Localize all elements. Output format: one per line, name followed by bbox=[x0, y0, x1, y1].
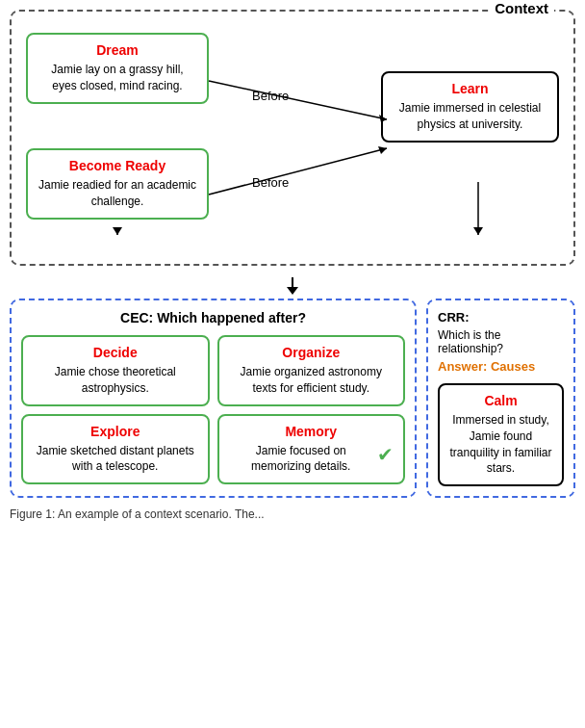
explore-text: Jamie sketched distant planets with a te… bbox=[33, 443, 198, 476]
decide-title: Decide bbox=[33, 345, 198, 360]
dream-text: Jamie lay on a grassy hill, eyes closed,… bbox=[38, 62, 197, 94]
figure-caption: Figure 1: An example of a context scenar… bbox=[10, 507, 575, 521]
crr-question: Which is the relationship? bbox=[438, 328, 564, 355]
dream-title: Dream bbox=[38, 42, 197, 58]
crr-title: CRR: bbox=[438, 310, 564, 325]
learn-text: Jamie immersed in celestial physics at u… bbox=[393, 100, 547, 133]
become-ready-title: Become Ready bbox=[38, 158, 197, 173]
become-ready-text: Jamie readied for an academic challenge. bbox=[38, 177, 197, 210]
memory-title: Memory bbox=[229, 424, 394, 439]
decide-text: Jamie chose theoretical astrophysics. bbox=[33, 364, 198, 397]
organize-title: Organize bbox=[229, 345, 394, 360]
calm-text: Immersed in study, Jamie found tranquili… bbox=[449, 412, 552, 477]
calm-box: Calm Immersed in study, Jamie found tran… bbox=[438, 383, 564, 486]
svg-line-0 bbox=[209, 81, 387, 119]
become-ready-box: Become Ready Jamie readied for an academ… bbox=[26, 148, 209, 220]
calm-title: Calm bbox=[449, 393, 552, 408]
context-label: Context bbox=[489, 0, 554, 16]
organize-text: Jamie organized astronomy texts for effi… bbox=[229, 364, 394, 397]
explore-box: Explore Jamie sketched distant planets w… bbox=[21, 414, 210, 485]
checkmark-icon: ✔ bbox=[377, 443, 394, 466]
svg-marker-9 bbox=[113, 227, 122, 235]
svg-marker-11 bbox=[287, 287, 298, 295]
dream-box: Dream Jamie lay on a grassy hill, eyes c… bbox=[26, 33, 209, 104]
cec-section: CEC: Which happened after? Decide Jamie … bbox=[10, 299, 417, 498]
organize-box: Organize Jamie organized astronomy texts… bbox=[217, 335, 406, 406]
down-arrow-area bbox=[10, 277, 575, 297]
svg-marker-4 bbox=[378, 146, 387, 154]
decide-box: Decide Jamie chose theoretical astrophys… bbox=[21, 335, 210, 406]
svg-text:Before: Before bbox=[252, 89, 289, 103]
learn-box: Learn Jamie immersed in celestial physic… bbox=[381, 71, 559, 143]
main-container: Context Dream Jamie lay on a grassy hill… bbox=[10, 10, 575, 521]
cec-grid: Decide Jamie chose theoretical astrophys… bbox=[21, 335, 405, 484]
top-section: Context Dream Jamie lay on a grassy hill… bbox=[10, 10, 575, 266]
down-arrow-svg bbox=[278, 277, 307, 297]
svg-marker-7 bbox=[473, 227, 483, 235]
crr-section: CRR: Which is the relationship? Answer: … bbox=[426, 299, 575, 498]
learn-title: Learn bbox=[393, 81, 547, 96]
explore-title: Explore bbox=[33, 424, 198, 439]
memory-box: Memory Jamie focused on memorizing detai… bbox=[217, 414, 406, 485]
cec-title: CEC: Which happened after? bbox=[21, 310, 405, 325]
bottom-section: CEC: Which happened after? Decide Jamie … bbox=[10, 299, 575, 498]
crr-answer: Answer: Causes bbox=[438, 359, 564, 374]
memory-text: Jamie focused on memorizing details. bbox=[229, 443, 374, 476]
svg-text:Before: Before bbox=[252, 175, 289, 190]
svg-line-3 bbox=[209, 148, 387, 195]
